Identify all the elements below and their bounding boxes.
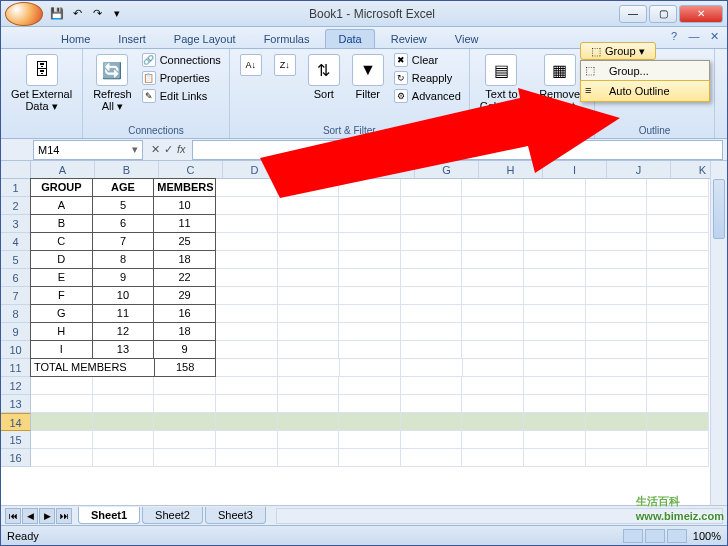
cell[interactable] — [401, 377, 463, 395]
cell[interactable] — [339, 215, 401, 233]
cell[interactable] — [647, 233, 709, 251]
cell[interactable] — [462, 233, 524, 251]
cell[interactable]: MEMBERS — [153, 178, 216, 197]
cell[interactable] — [463, 359, 525, 377]
cell[interactable]: I — [30, 340, 93, 359]
text-to-columns-button[interactable]: ▤ Text to Columns — [476, 52, 527, 114]
cell[interactable] — [278, 377, 340, 395]
cell[interactable] — [31, 377, 93, 395]
row-header[interactable]: 14 — [1, 413, 31, 431]
cell[interactable] — [401, 251, 463, 269]
cell[interactable] — [339, 197, 401, 215]
cell[interactable] — [401, 359, 463, 377]
row-header[interactable]: 4 — [1, 233, 31, 251]
cell[interactable] — [586, 431, 648, 449]
tab-view[interactable]: View — [443, 30, 491, 48]
column-header[interactable]: J — [607, 161, 671, 179]
cell[interactable] — [278, 341, 340, 359]
redo-icon[interactable]: ↷ — [89, 6, 105, 22]
cell[interactable] — [154, 395, 216, 413]
prev-sheet-button[interactable]: ◀ — [22, 508, 38, 524]
cell[interactable]: 16 — [153, 304, 216, 323]
tab-formulas[interactable]: Formulas — [252, 30, 322, 48]
spreadsheet-grid[interactable]: ABCDEFGHIJK 12345678910111213141516 GROU… — [1, 161, 727, 505]
properties-button[interactable]: 📋Properties — [140, 70, 223, 86]
cell[interactable] — [586, 197, 648, 215]
cell[interactable] — [586, 269, 648, 287]
cell[interactable] — [524, 233, 586, 251]
cell[interactable] — [278, 323, 340, 341]
cell[interactable] — [647, 179, 709, 197]
cell[interactable] — [278, 449, 340, 467]
cell[interactable] — [339, 431, 401, 449]
auto-outline-menu-item[interactable]: ≡ Auto Outline — [580, 80, 710, 102]
cell[interactable] — [31, 431, 93, 449]
row-header[interactable]: 13 — [1, 395, 31, 413]
cell[interactable]: 29 — [153, 286, 216, 305]
cell[interactable]: E — [30, 268, 93, 287]
save-icon[interactable]: 💾 — [49, 6, 65, 22]
cell[interactable] — [647, 215, 709, 233]
cell[interactable] — [339, 305, 401, 323]
cell[interactable] — [524, 395, 586, 413]
column-header[interactable]: I — [543, 161, 607, 179]
normal-view-button[interactable] — [623, 529, 643, 543]
row-header[interactable]: 16 — [1, 449, 31, 467]
cell[interactable] — [93, 431, 155, 449]
reapply-button[interactable]: ↻Reapply — [392, 70, 463, 86]
cell[interactable] — [93, 395, 155, 413]
cell[interactable] — [339, 395, 401, 413]
row-header[interactable]: 1 — [1, 179, 31, 197]
cell[interactable] — [647, 287, 709, 305]
cell[interactable] — [524, 323, 586, 341]
page-layout-view-button[interactable] — [645, 529, 665, 543]
cell[interactable]: 5 — [92, 196, 155, 215]
cell[interactable] — [462, 197, 524, 215]
cell[interactable] — [216, 431, 278, 449]
edit-links-button[interactable]: ✎Edit Links — [140, 88, 223, 104]
cell[interactable] — [462, 449, 524, 467]
cell[interactable] — [278, 431, 340, 449]
cell[interactable]: AGE — [92, 178, 155, 197]
cell[interactable] — [401, 269, 463, 287]
office-button[interactable] — [5, 2, 43, 26]
sheet-tab-1[interactable]: Sheet1 — [78, 507, 140, 524]
cell[interactable] — [586, 215, 648, 233]
cell[interactable]: 10 — [92, 286, 155, 305]
cell[interactable] — [462, 377, 524, 395]
cell[interactable] — [401, 395, 463, 413]
cell[interactable] — [31, 449, 93, 467]
cell[interactable] — [462, 251, 524, 269]
column-header[interactable]: B — [95, 161, 159, 179]
cell[interactable] — [401, 233, 463, 251]
cell[interactable] — [647, 413, 709, 431]
cell[interactable]: 7 — [92, 232, 155, 251]
cell[interactable] — [524, 215, 586, 233]
cell[interactable] — [586, 395, 648, 413]
page-break-view-button[interactable] — [667, 529, 687, 543]
cell[interactable] — [401, 413, 463, 431]
cell[interactable] — [216, 413, 278, 431]
cell[interactable] — [216, 215, 278, 233]
minimize-ribbon-icon[interactable]: — — [687, 29, 701, 43]
cell[interactable] — [339, 341, 401, 359]
cell[interactable]: 18 — [153, 250, 216, 269]
column-header[interactable]: E — [287, 161, 351, 179]
cell[interactable] — [401, 215, 463, 233]
cell[interactable] — [647, 449, 709, 467]
cell[interactable]: 9 — [92, 268, 155, 287]
first-sheet-button[interactable]: ⏮ — [5, 508, 21, 524]
tab-review[interactable]: Review — [379, 30, 439, 48]
cell[interactable] — [216, 179, 278, 197]
cell[interactable] — [462, 413, 524, 431]
column-header[interactable]: D — [223, 161, 287, 179]
row-header[interactable]: 5 — [1, 251, 31, 269]
cell[interactable]: G — [30, 304, 93, 323]
cell[interactable] — [524, 287, 586, 305]
cell[interactable] — [524, 305, 586, 323]
cell[interactable] — [524, 377, 586, 395]
cell[interactable] — [524, 197, 586, 215]
cell[interactable]: 18 — [153, 322, 216, 341]
cell[interactable] — [462, 323, 524, 341]
cell[interactable] — [524, 179, 586, 197]
